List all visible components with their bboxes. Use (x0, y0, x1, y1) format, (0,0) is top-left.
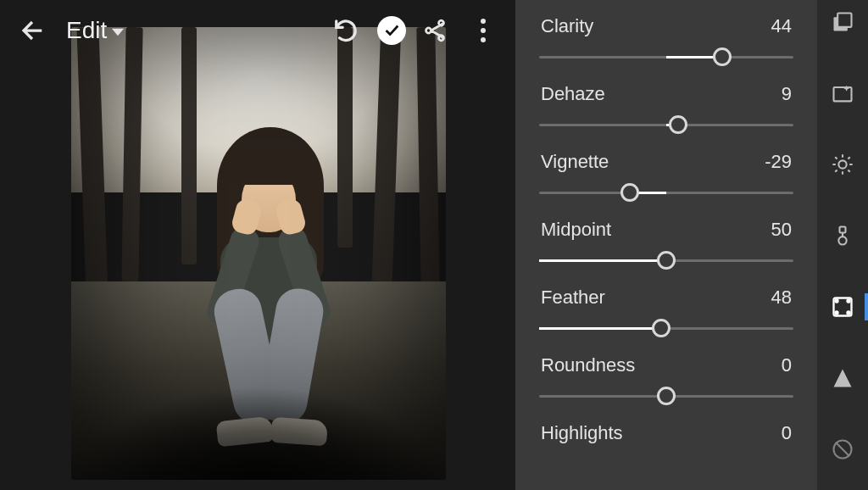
slider-highlights: Highlights0 (539, 422, 793, 444)
undo-icon (333, 18, 359, 43)
photo-preview[interactable] (71, 27, 446, 480)
slider-roundness: Roundness0 (539, 354, 793, 405)
slider-value: 48 (771, 287, 792, 309)
slider-thumb[interactable] (620, 183, 639, 202)
slider-value: 0 (782, 354, 792, 376)
color-icon (831, 224, 854, 248)
slider-label: Clarity (541, 15, 593, 37)
share-icon (425, 18, 450, 43)
light-tool[interactable] (826, 148, 860, 181)
slider-track[interactable] (539, 183, 793, 202)
preview-pane: Edit (0, 0, 515, 490)
optics-tool[interactable] (826, 432, 860, 466)
detail-tool[interactable] (826, 361, 860, 395)
slider-clarity: Clarity44 (539, 15, 793, 66)
light-icon (831, 153, 854, 176)
slider-value: 50 (771, 219, 792, 241)
versions-icon (831, 10, 854, 34)
svg-rect-4 (840, 227, 846, 233)
auto-tool[interactable] (826, 76, 860, 110)
slider-feather: Feather48 (539, 287, 793, 337)
svg-point-5 (838, 237, 846, 244)
slider-track[interactable] (539, 47, 793, 66)
edit-mode-label: Edit (66, 17, 107, 44)
svg-rect-1 (837, 14, 851, 27)
slider-track[interactable] (539, 115, 793, 134)
svg-point-8 (847, 299, 849, 302)
more-menu-button[interactable] (465, 12, 502, 49)
slider-track[interactable] (539, 251, 793, 270)
check-circle-icon (377, 16, 406, 45)
caret-down-icon (112, 17, 124, 44)
slider-thumb[interactable] (652, 319, 670, 337)
svg-point-7 (835, 299, 837, 302)
color-tool[interactable] (826, 219, 860, 253)
svg-point-3 (838, 160, 846, 168)
slider-midpoint: Midpoint50 (539, 219, 793, 270)
svg-point-10 (847, 311, 849, 314)
slider-thumb[interactable] (657, 387, 676, 405)
slider-thumb[interactable] (713, 47, 732, 66)
optics-icon (831, 437, 854, 461)
slider-dehaze: Dehaze9 (539, 83, 793, 134)
slider-value: 44 (771, 15, 792, 37)
effects-icon (831, 295, 854, 319)
tool-strip (817, 0, 868, 490)
slider-value: -29 (765, 151, 792, 173)
slider-label: Dehaze (541, 83, 605, 105)
slider-thumb[interactable] (669, 115, 687, 134)
slider-label: Highlights (541, 422, 623, 444)
slider-track[interactable] (539, 319, 793, 337)
top-bar: Edit (0, 0, 515, 61)
more-vertical-icon (481, 19, 486, 42)
slider-track[interactable] (539, 387, 793, 405)
svg-point-9 (835, 311, 837, 314)
slider-value: 0 (782, 422, 792, 444)
svg-rect-2 (834, 87, 852, 101)
auto-icon (831, 81, 854, 105)
settings-panel: Clarity44Dehaze9Vignette-29Midpoint50Fea… (515, 0, 817, 490)
share-button[interactable] (419, 12, 456, 49)
slider-label: Feather (541, 287, 605, 309)
slider-label: Roundness (541, 354, 635, 376)
slider-label: Vignette (541, 151, 609, 173)
detail-icon (831, 366, 854, 390)
versions-tool[interactable] (826, 5, 860, 39)
back-button[interactable] (14, 12, 51, 49)
back-arrow-icon (19, 18, 45, 43)
slider-label: Midpoint (541, 219, 611, 241)
edit-mode-dropdown[interactable]: Edit (66, 17, 124, 44)
slider-thumb[interactable] (657, 251, 676, 270)
confirm-button[interactable] (373, 12, 410, 49)
undo-button[interactable] (327, 12, 364, 49)
slider-vignette: Vignette-29 (539, 151, 793, 202)
slider-value: 9 (782, 83, 792, 105)
effects-tool[interactable] (826, 290, 860, 324)
